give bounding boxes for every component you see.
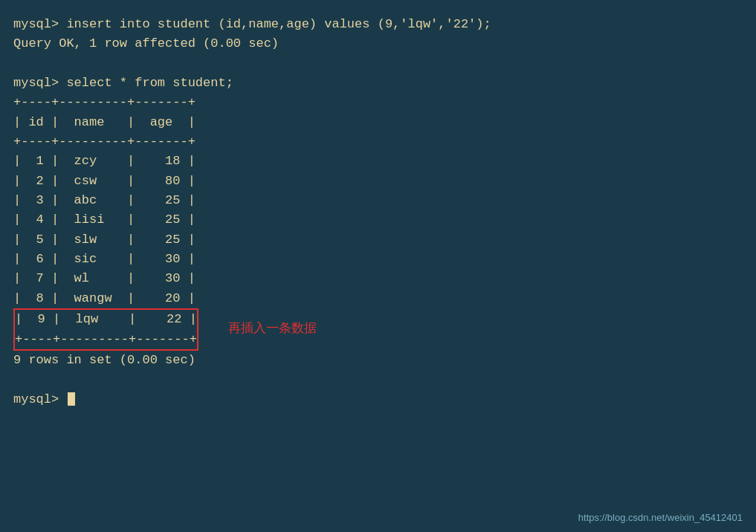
- table-row-8: | 8 | wangw | 20 |: [13, 289, 743, 308]
- table-row-2: | 2 | csw | 80 |: [13, 172, 743, 191]
- select-command: mysql> select * from student;: [13, 74, 743, 93]
- table-row-9: | 9 | lqw | 22 |: [15, 310, 197, 329]
- terminal: mysql> insert into student (id,name,age)…: [0, 0, 756, 532]
- final-prompt: mysql>: [13, 390, 743, 409]
- table-row-5: | 5 | slw | 25 |: [13, 230, 743, 250]
- insert-command: mysql> insert into student (id,name,age)…: [13, 15, 743, 34]
- highlight-box: | 9 | lqw | 22 | +----+---------+-------…: [13, 308, 198, 351]
- table-header: | id | name | age |: [13, 113, 743, 132]
- border-top: +----+---------+-------+: [13, 93, 743, 112]
- annotation: 再插入一条数据: [228, 319, 317, 339]
- table-row-4: | 4 | lisi | 25 |: [13, 210, 743, 230]
- table-row-6: | 6 | sic | 30 |: [13, 250, 743, 269]
- table-row-3: | 3 | abc | 25 |: [13, 191, 743, 210]
- table-row-1: | 1 | zcy | 18 |: [13, 152, 743, 171]
- highlighted-section: | 9 | lqw | 22 | +----+---------+-------…: [13, 308, 743, 351]
- query-ok: Query OK, 1 row affected (0.00 sec): [13, 34, 743, 53]
- watermark: https://blog.csdn.net/weixin_45412401: [578, 512, 743, 523]
- summary: 9 rows in set (0.00 sec): [13, 351, 743, 370]
- cursor: [68, 392, 75, 406]
- border-bot-highlighted: +----+---------+-------+: [15, 330, 197, 349]
- table-row-7: | 7 | wl | 30 |: [13, 269, 743, 288]
- blank2: [13, 370, 743, 389]
- blank1: [13, 54, 743, 74]
- border-mid: +----+---------+-------+: [13, 132, 743, 152]
